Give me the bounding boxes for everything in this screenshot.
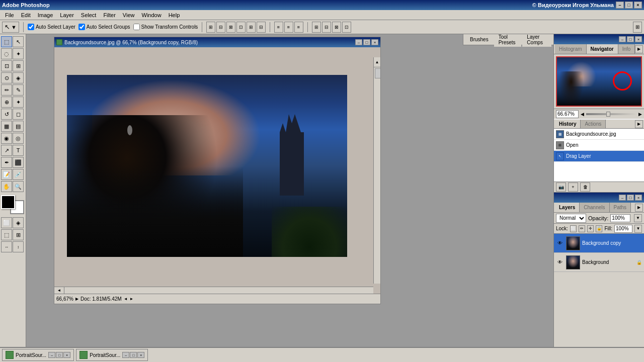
tool-presets-tab[interactable]: Tool Presets (494, 34, 522, 47)
tab-layers[interactable]: Layers (555, 203, 580, 212)
scroll-up-button[interactable]: ▲ (374, 57, 380, 67)
taskbar-btn-close-0[interactable]: × (63, 352, 70, 358)
align-center-button[interactable]: ⊟ (216, 22, 225, 33)
distribute-6-button[interactable]: ⊠ (332, 22, 341, 33)
align-bottom-button[interactable]: ⊟ (257, 22, 266, 33)
brushes-preset-tab[interactable]: Brushes (465, 35, 493, 44)
opacity-input[interactable] (610, 214, 630, 222)
patch-tool[interactable]: ◈ (13, 72, 24, 83)
shape-tool[interactable]: ⬛ (13, 157, 24, 168)
opacity-arrow[interactable]: ▼ (634, 214, 642, 222)
clone-stamp-tool[interactable]: ⊕ (1, 97, 12, 108)
hand-tool[interactable]: ✋ (1, 181, 12, 192)
taskbar-btn-min-1[interactable]: – (122, 352, 129, 358)
history-item-0[interactable]: ▦ Backgroundsource.jpg (554, 129, 644, 140)
taskbar-item-0[interactable]: PortraitSour... – □ × (2, 349, 74, 361)
menu-file[interactable]: File (2, 11, 17, 19)
layer-item-background[interactable]: 👁 Background 🔒 (554, 253, 644, 272)
auto-select-layer-checkbox[interactable] (28, 24, 34, 30)
distribute-h-button[interactable]: ≡ (274, 22, 283, 33)
slice-tool[interactable]: ⊞ (13, 60, 24, 71)
layers-panel-minimize[interactable]: – (619, 195, 626, 201)
distribute-v-button[interactable]: ≡ (284, 22, 293, 33)
taskbar-btn-min-0[interactable]: – (48, 352, 55, 358)
doc-minimize-button[interactable]: – (355, 39, 362, 45)
zoom-slider[interactable] (586, 113, 636, 115)
tab-history[interactable]: History (555, 120, 581, 128)
history-menu-button[interactable]: ▶ (635, 120, 643, 128)
taskbar-btn-max-1[interactable]: □ (130, 352, 137, 358)
doc-close-button[interactable]: × (371, 39, 378, 45)
text-tool[interactable]: T (13, 145, 24, 156)
foreground-color[interactable] (1, 195, 15, 209)
align-top-button[interactable]: ⊡ (236, 22, 246, 33)
sharpen-tool[interactable]: ◎ (13, 133, 24, 144)
layer-eye-background-copy[interactable]: 👁 (556, 239, 564, 247)
crop-tool[interactable]: ⊡ (1, 60, 12, 71)
move-tool[interactable]: ↖ (13, 36, 24, 47)
history-item-2[interactable]: ↖ Drag Layer (554, 151, 644, 162)
align-middle-button[interactable]: ⊞ (247, 22, 256, 33)
navigator-menu-button[interactable]: ▶ (635, 45, 643, 53)
distribute-7-button[interactable]: ⊡ (342, 22, 351, 33)
create-new-doc-button[interactable]: + (568, 183, 578, 192)
tab-navigator[interactable]: Navigator (587, 44, 618, 54)
scroll-left-button[interactable]: ◄ (54, 287, 64, 294)
maximize-button[interactable]: □ (625, 2, 633, 9)
eraser-tool[interactable]: ◻ (13, 109, 24, 120)
distribute-4-button[interactable]: ⊞ (312, 22, 321, 33)
layer-comps-tab[interactable]: Layer Comps (522, 34, 551, 47)
canvas-scrollbar-vertical[interactable]: ▲ (373, 57, 380, 284)
path-selection-tool[interactable]: ↗ (1, 145, 12, 156)
zoom-tool[interactable]: 🔍 (13, 181, 24, 192)
layers-menu-button[interactable]: ▶ (635, 204, 643, 212)
delete-history-button[interactable]: 🗑 (580, 183, 590, 192)
zoom-in-button[interactable]: ▶ (638, 112, 642, 117)
layers-panel-maximize[interactable]: □ (627, 195, 634, 201)
zoom-slider-thumb[interactable] (606, 112, 610, 117)
quick-mask-button[interactable]: ◈ (13, 217, 24, 228)
nav-arrow-right[interactable]: ► (130, 297, 134, 301)
pattern-stamp-tool[interactable]: ✦ (13, 97, 24, 108)
eyedropper-tool[interactable]: 💉 (13, 169, 24, 180)
distribute-5-button[interactable]: ⊟ (322, 22, 331, 33)
tab-info[interactable]: Info (618, 44, 635, 54)
menu-view[interactable]: View (120, 11, 138, 19)
lasso-tool[interactable]: ◌ (1, 48, 12, 59)
layer-item-background-copy[interactable]: 👁 Background copy (554, 234, 644, 253)
blur-tool[interactable]: ◉ (1, 133, 12, 144)
jump-button[interactable]: ↕ (13, 241, 24, 252)
brush-preset-button[interactable]: ⊞ (633, 22, 642, 33)
auto-select-groups-checkbox[interactable] (78, 24, 85, 30)
tab-actions[interactable]: Actions (581, 120, 606, 128)
fill-arrow[interactable]: ▼ (634, 225, 642, 233)
nav-arrow-left[interactable]: ◄ (124, 297, 128, 301)
blend-mode-select[interactable]: Normal (556, 214, 586, 223)
lock-pixels-button[interactable]: ✏ (579, 225, 585, 232)
zoom-out-button[interactable]: ◀ (581, 112, 584, 117)
fill-input[interactable] (614, 225, 632, 233)
gradient-tool[interactable]: ▦ (1, 121, 12, 132)
standard-mode-button[interactable]: ⬜ (1, 217, 12, 228)
menu-edit[interactable]: Edit (18, 11, 34, 19)
align-left-button[interactable]: ⊞ (206, 22, 215, 33)
menu-filter[interactable]: Filter (100, 11, 118, 19)
create-snapshot-button[interactable]: 📷 (556, 183, 566, 192)
nav-panel-close[interactable]: × (635, 36, 642, 42)
align-right-button[interactable]: ⊠ (226, 22, 235, 33)
pen-tool[interactable]: ✒ (1, 157, 12, 168)
lock-transparent-button[interactable]: ⬜ (570, 225, 577, 232)
taskbar-item-1[interactable]: PortraitSour... – □ × (76, 349, 148, 361)
rectangular-marquee-tool[interactable]: ⬚ (1, 36, 12, 47)
show-transform-checkbox[interactable] (133, 24, 140, 30)
canvas-scrollbar-horizontal[interactable]: ◄ (54, 287, 373, 294)
nav-panel-minimize[interactable]: – (619, 36, 626, 42)
paint-bucket-tool[interactable]: ▤ (13, 121, 24, 132)
taskbar-btn-max-0[interactable]: □ (56, 352, 63, 358)
scroll-thumb[interactable] (375, 68, 380, 78)
tab-paths[interactable]: Paths (610, 203, 631, 212)
show-transform-label[interactable]: Show Transform Controls (133, 24, 198, 30)
extras-button[interactable]: ↔ (1, 241, 12, 252)
layers-panel-close[interactable]: × (635, 195, 642, 201)
nav-panel-maximize[interactable]: □ (627, 36, 634, 42)
